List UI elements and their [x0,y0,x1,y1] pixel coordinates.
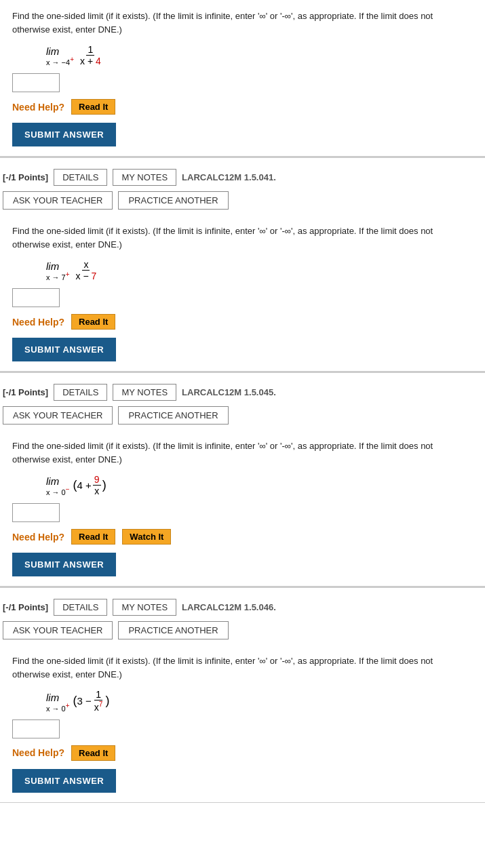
problem-4: Find the one-sided limit (if it exists).… [0,645,485,803]
lim-block-2: lim x → 7+ [46,260,70,281]
fraction-2: x x − 7 [75,259,98,281]
numerator-1: 1 [86,44,94,56]
ask-teacher-btn-3[interactable]: ASK YOUR TEACHER [3,621,113,639]
read-it-btn-2[interactable]: Read It [71,314,115,330]
my-notes-btn-3[interactable]: MY NOTES [113,599,176,616]
denominator-2: x − 7 [75,271,98,281]
need-help-row-4: Need Help? Read It [12,745,473,761]
teacher-row-2: ASK YOUR TEACHER PRACTICE ANOTHER [3,403,485,430]
denominator-3: x [93,486,100,496]
submit-answer-btn-4[interactable]: SUBMIT ANSWER [12,769,116,793]
denominator-1: x + 4 [79,56,102,66]
problem-2-math: lim x → 7+ x x − 7 [46,259,473,281]
lim-sub-2: x → 7+ [46,271,70,281]
my-notes-btn-1[interactable]: MY NOTES [113,169,176,186]
need-help-label-2: Need Help? [12,317,64,328]
expr-2: x x − 7 [73,259,100,281]
watch-it-btn-3[interactable]: Watch It [122,529,171,545]
meta-section-3: [-/1 Points] DETAILS MY NOTES LARCALC12M… [0,588,485,645]
fraction-1: 1 x + 4 [79,44,102,66]
lim-block-4: lim x → 0+ [46,692,70,713]
submit-answer-btn-1[interactable]: SUBMIT ANSWER [12,123,116,146]
expr-3: ( 4 + 9 x ) [73,474,106,496]
read-it-btn-1[interactable]: Read It [71,99,115,115]
read-it-btn-3[interactable]: Read It [71,529,115,545]
meta-row-2: [-/1 Points] DETAILS MY NOTES LARCALC12M… [3,377,485,403]
lim-sub-4: x → 0+ [46,702,70,713]
lim-sub-3: x → 0− [46,486,70,496]
read-it-btn-4[interactable]: Read It [71,745,115,761]
problem-1: Find the one-sided limit (if it exists).… [0,0,485,157]
need-help-label-4: Need Help? [12,747,64,758]
answer-input-3[interactable] [12,503,60,522]
answer-input-1[interactable] [12,73,60,92]
answer-input-4[interactable] [12,719,60,738]
meta-row-3: [-/1 Points] DETAILS MY NOTES LARCALC12M… [3,592,485,618]
details-btn-1[interactable]: DETAILS [54,169,107,186]
problem-1-math: lim x → −4+ 1 x + 4 [46,44,473,66]
meta-row-1: [-/1 Points] DETAILS MY NOTES LARCALC12M… [3,162,485,189]
problem-3-math: lim x → 0− ( 4 + 9 x ) [46,474,473,496]
problem-4-math: lim x → 0+ ( 3 − 1 x7 ) [46,689,473,713]
problem-4-text: Find the one-sided limit (if it exists).… [12,654,473,681]
problem-2: Find the one-sided limit (if it exists).… [0,215,485,372]
fraction-4: 1 x7 [93,689,104,713]
expr-1: 1 x + 4 [77,44,104,66]
lim-sub-1: x → −4+ [46,56,74,66]
ask-teacher-btn-2[interactable]: ASK YOUR TEACHER [3,406,113,425]
problem-id-1: LARCALC12M 1.5.041. [182,172,276,182]
numerator-3: 9 [93,474,101,486]
points-badge-2: [-/1 Points] [3,387,48,397]
lim-block-3: lim x → 0− [46,475,70,496]
details-btn-3[interactable]: DETAILS [54,599,107,616]
practice-another-btn-2[interactable]: PRACTICE ANOTHER [118,406,228,425]
practice-another-btn-1[interactable]: PRACTICE ANOTHER [118,191,228,210]
submit-answer-btn-3[interactable]: SUBMIT ANSWER [12,553,116,576]
my-notes-btn-2[interactable]: MY NOTES [113,384,176,401]
teacher-row-1: ASK YOUR TEACHER PRACTICE ANOTHER [3,189,485,215]
numerator-4: 1 [94,689,102,701]
points-badge-1: [-/1 Points] [3,172,48,182]
need-help-label-3: Need Help? [12,532,64,542]
ask-teacher-btn-1[interactable]: ASK YOUR TEACHER [3,191,113,210]
fraction-3: 9 x [93,474,101,496]
submit-answer-btn-2[interactable]: SUBMIT ANSWER [12,338,116,361]
meta-section-2: [-/1 Points] DETAILS MY NOTES LARCALC12M… [0,373,485,430]
numerator-2: x [82,259,90,271]
practice-another-btn-3[interactable]: PRACTICE ANOTHER [118,621,228,639]
lim-block-1: lim x → −4+ [46,45,74,66]
problem-id-3: LARCALC12M 1.5.046. [182,602,276,612]
expr-4: ( 3 − 1 x7 ) [73,689,110,713]
denominator-4: x7 [93,701,104,713]
teacher-row-3: ASK YOUR TEACHER PRACTICE ANOTHER [3,618,485,645]
problem-1-text: Find the one-sided limit (if it exists).… [12,9,473,36]
problem-id-2: LARCALC12M 1.5.045. [182,387,276,397]
problem-3-text: Find the one-sided limit (if it exists).… [12,439,473,466]
meta-section-1: [-/1 Points] DETAILS MY NOTES LARCALC12M… [0,158,485,215]
points-badge-3: [-/1 Points] [3,602,48,612]
need-help-row-1: Need Help? Read It [12,99,473,115]
need-help-row-3: Need Help? Read It Watch It [12,529,473,545]
need-help-row-2: Need Help? Read It [12,314,473,330]
need-help-label-1: Need Help? [12,102,64,113]
problem-2-text: Find the one-sided limit (if it exists).… [12,224,473,251]
problem-3: Find the one-sided limit (if it exists).… [0,430,485,587]
answer-input-2[interactable] [12,288,60,307]
details-btn-2[interactable]: DETAILS [54,384,107,401]
